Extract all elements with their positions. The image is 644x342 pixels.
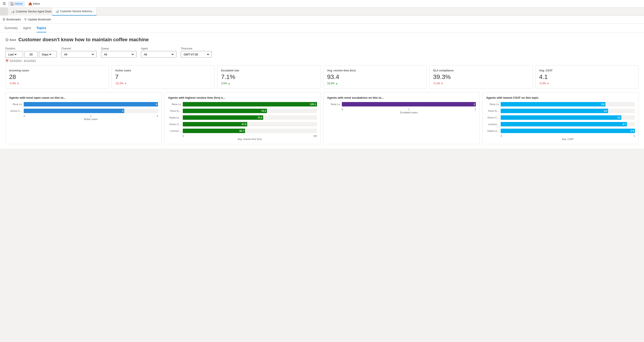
escalations-bar-chart: Rene Lo 2	[327, 102, 476, 106]
kpi-incoming-cases: Incoming cases 28 -3.4% ▼	[5, 65, 109, 89]
back-button[interactable]: ⊙ Back	[5, 37, 16, 42]
bar-row-csat-rene-lo: Rene Lo 3.9	[486, 102, 635, 106]
bookmarks-button[interactable]: ☰ Bookmarks	[3, 18, 21, 21]
bar-row-rt-kayla: Kayla Le... 72.0	[168, 115, 317, 120]
duration-period-select[interactable]: Last	[5, 51, 23, 58]
arrow-down-icon: ▼	[441, 82, 443, 85]
chart-open-cases: Agents with most open cases on this to..…	[5, 92, 162, 144]
timezone-dropdown[interactable]: GMT-07:00	[183, 53, 210, 56]
duration-value-input[interactable]	[24, 51, 38, 58]
kpi-escalated-rate-delta: 3.6% ▲	[221, 82, 317, 85]
kpi-active-cases: Active cases 7 -22.2% ▼	[112, 65, 215, 89]
charts-row: Agents with most open cases on this to..…	[5, 92, 639, 144]
date-range: 📅 5/15/2023 - 6/13/2023	[5, 59, 639, 63]
bar-row-csat-enrico: Enrico C... 4.5	[486, 115, 635, 120]
channel-filter: Channel All	[61, 47, 96, 58]
open-cases-bar-chart: Rene Lo 4 Enrico C... 3	[9, 102, 158, 113]
agent-dropdown[interactable]: All	[143, 53, 174, 56]
bar-row-rene-lo: Rene Lo 4	[9, 102, 158, 106]
tab-summary[interactable]: Summary	[4, 24, 18, 32]
tab-icon-1: 📊	[11, 10, 14, 13]
kpi-sla-compliance: SLA compliance 39.3% -5.1% ▼	[429, 65, 533, 89]
tabs-bar: 📊 Customer Service Agent Dash... 📊 Custo…	[0, 8, 644, 16]
bar-row-enrico: Enrico C... 3	[9, 109, 158, 113]
chart-escalations: Agents with most escalations on this to.…	[324, 92, 480, 144]
bar-row-csat-kayla: Kayla Le... 5.0	[486, 129, 635, 133]
duration-unit-select[interactable]: Days	[39, 51, 57, 58]
timezone-select[interactable]: GMT-07:00	[181, 51, 212, 58]
kpi-row: Incoming cases 28 -3.4% ▼ Active cases 7…	[5, 65, 639, 89]
arrow-down-icon: ▼	[17, 82, 19, 85]
csat-bar-chart: Rene Lo 3.9 Floris Kr... 4.0	[486, 102, 635, 133]
main-content: ⊙ Back Customer doesn't know how to main…	[0, 32, 644, 149]
bar-row-csat-lorenzo: Lorenzo... 4.7	[486, 122, 635, 126]
page-tabs: Summary Agent Topics	[0, 24, 644, 32]
channel-dropdown[interactable]: All	[63, 53, 94, 56]
filters-row: Duration Last Days Channel All	[5, 47, 639, 58]
timezone-filter: Timezone GMT-07:00	[181, 47, 212, 58]
tab-agent[interactable]: Agent	[23, 24, 31, 32]
inbox-button[interactable]: 📥 Inbox	[26, 1, 42, 7]
update-bookmark-button[interactable]: ↻ Update Bookmark	[24, 18, 51, 21]
tab-customer-service-agent-dash[interactable]: 📊 Customer Service Agent Dash...	[8, 8, 52, 16]
agent-select[interactable]: All	[141, 51, 176, 58]
top-bar: ☰ 🏠 Home 📥 Inbox	[0, 0, 644, 8]
bar-row-rt-floris: Floris Kr... 75.3	[168, 109, 317, 113]
resolve-time-bar-chart: Rene Lo 120.1 Floris Kr... 75.3	[168, 102, 317, 133]
chart-csat: Agents with lowest CSAT on this topic Re…	[482, 92, 639, 144]
bar-row-esc-rene-lo: Rene Lo 2	[327, 102, 476, 106]
hamburger-menu[interactable]: ☰	[2, 1, 7, 7]
tab-topics[interactable]: Topics	[36, 24, 46, 32]
bookmarks-icon: ☰	[3, 18, 5, 21]
channel-select[interactable]: All	[61, 51, 96, 58]
kpi-escalated-rate: Escalated rate 7.1% 3.6% ▲	[217, 65, 321, 89]
tab-close-button[interactable]: ✕	[96, 10, 96, 13]
tab-customer-service-historical[interactable]: 📊 Customer Service historica... ✕	[52, 8, 96, 16]
kpi-avg-csat-delta: -5.4% ▼	[539, 82, 635, 85]
back-icon: ⊙	[5, 37, 9, 42]
kpi-active-cases-delta: -22.2% ▼	[115, 82, 211, 85]
agent-filter: Agent All	[141, 47, 176, 58]
title-row: ⊙ Back Customer doesn't know how to main…	[5, 37, 639, 43]
bar-row-rt-rene-lo: Rene Lo 120.1	[168, 102, 317, 106]
queue-filter: Queue All	[101, 47, 136, 58]
topic-title: Customer doesn't know how to maintain co…	[18, 37, 149, 43]
arrow-up-icon: ▲	[228, 82, 230, 85]
kpi-avg-resolve-time: Avg. resolve time (hrs) 93.4 18.0% ▲	[324, 65, 427, 89]
queue-select[interactable]: All	[101, 51, 136, 58]
bar-row-csat-floris: Floris Kr... 4.0	[486, 109, 635, 113]
duration-period-dropdown[interactable]: Last	[7, 53, 17, 56]
calendar-icon: 📅	[5, 59, 9, 63]
duration-filter: Duration Last Days	[5, 47, 57, 58]
chart-resolve-time: Agents with highest resolve time (hrs) o…	[164, 92, 321, 144]
inbox-icon: 📥	[28, 2, 32, 6]
tab-placeholder	[0, 8, 8, 16]
arrow-up-icon: ▲	[336, 82, 338, 85]
arrow-down-icon: ▼	[547, 82, 549, 85]
queue-dropdown[interactable]: All	[103, 53, 134, 56]
tab-icon-2: 📊	[56, 10, 59, 13]
home-button[interactable]: 🏠 Home	[8, 1, 25, 7]
duration-unit-dropdown[interactable]: Days	[41, 53, 52, 56]
refresh-icon: ↻	[24, 18, 27, 21]
kpi-sla-compliance-delta: -5.1% ▼	[433, 82, 529, 85]
bar-row-rt-lorenzo: Lorenzo... 55.7	[168, 129, 317, 133]
kpi-avg-resolve-time-delta: 18.0% ▲	[327, 82, 423, 85]
arrow-down-icon: ▼	[124, 82, 127, 85]
kpi-avg-csat: Avg. CSAT 4.1 -5.4% ▼	[536, 65, 639, 89]
home-icon: 🏠	[10, 2, 14, 6]
bookmarks-bar: ☰ Bookmarks ↻ Update Bookmark	[0, 16, 644, 24]
bar-row-rt-enrico: Enrico C... 57.8	[168, 122, 317, 126]
kpi-incoming-cases-delta: -3.4% ▼	[9, 82, 105, 85]
